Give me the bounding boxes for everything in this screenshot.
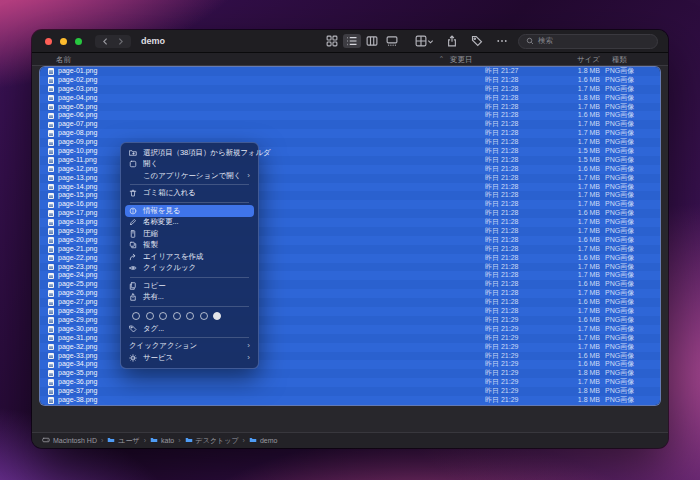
file-kind: PNG画像	[605, 307, 634, 316]
tag-circle-icon[interactable]	[213, 312, 221, 320]
file-name: page-28.png	[58, 307, 97, 316]
file-size: 1.6 MB	[538, 280, 600, 289]
file-size: 1.7 MB	[538, 307, 600, 316]
file-name: page-37.png	[58, 387, 97, 396]
list-view-button[interactable]	[343, 34, 361, 48]
file-kind: PNG画像	[605, 263, 634, 272]
menu-item[interactable]: クイックアクション›	[121, 341, 258, 353]
column-header-name[interactable]: 名前	[56, 55, 71, 65]
file-row[interactable]: page-08.png昨日 21:281.7 MBPNG画像	[40, 129, 660, 138]
file-date: 昨日 21:28	[485, 254, 518, 263]
search-input[interactable]: 検索	[518, 34, 658, 49]
file-name: page-18.png	[58, 218, 97, 227]
menu-item[interactable]: 名称変更...	[121, 217, 258, 229]
file-row[interactable]: page-03.png昨日 21:281.7 MBPNG画像	[40, 85, 660, 94]
file-kind: PNG画像	[605, 174, 634, 183]
file-size: 1.6 MB	[538, 352, 600, 361]
file-name: page-35.png	[58, 369, 97, 378]
tag-circle-icon[interactable]	[132, 312, 140, 320]
zoom-button[interactable]	[75, 38, 82, 45]
path-item-label: ユーザ	[118, 436, 139, 446]
tag-circle-icon[interactable]	[146, 312, 154, 320]
tag-circle-icon[interactable]	[159, 312, 167, 320]
tag-toolbar-icon[interactable]	[468, 34, 486, 48]
png-file-icon	[48, 237, 54, 244]
menu-item-label: 開く	[143, 159, 158, 169]
menu-item[interactable]: 共有...	[121, 292, 258, 304]
file-name: page-21.png	[58, 245, 97, 254]
menu-item[interactable]: 複製	[121, 240, 258, 252]
file-size: 1.7 MB	[538, 289, 600, 298]
gallery-view-button[interactable]	[383, 34, 401, 48]
file-size: 1.7 MB	[538, 227, 600, 236]
file-kind: PNG画像	[605, 387, 634, 396]
path-item[interactable]: demo	[249, 436, 278, 445]
column-view-button[interactable]	[363, 34, 381, 48]
icon-view-button[interactable]	[323, 34, 341, 48]
png-file-icon	[48, 193, 54, 200]
file-kind: PNG画像	[605, 369, 634, 378]
menu-item[interactable]: サービス›	[121, 352, 258, 364]
tag-circle-icon[interactable]	[200, 312, 208, 320]
file-size: 1.7 MB	[538, 103, 600, 112]
file-kind: PNG画像	[605, 183, 634, 192]
file-row[interactable]: page-38.png昨日 21:291.8 MBPNG画像	[40, 396, 660, 405]
file-size: 1.7 MB	[538, 343, 600, 352]
file-date: 昨日 21:28	[485, 236, 518, 245]
file-size: 1.7 MB	[538, 191, 600, 200]
file-row[interactable]: page-07.png昨日 21:281.7 MBPNG画像	[40, 120, 660, 129]
file-kind: PNG画像	[605, 191, 634, 200]
path-item[interactable]: ユーザ	[107, 436, 139, 446]
more-options-icon[interactable]	[493, 34, 511, 48]
share-icon[interactable]	[443, 34, 461, 48]
file-row[interactable]: page-05.png昨日 21:281.7 MBPNG画像	[40, 103, 660, 112]
group-by-button[interactable]	[412, 34, 436, 48]
file-kind: PNG画像	[605, 245, 634, 254]
file-row[interactable]: page-04.png昨日 21:281.8 MBPNG画像	[40, 94, 660, 103]
png-file-icon	[48, 139, 54, 146]
menu-item[interactable]: 情報を見る	[125, 205, 254, 217]
menu-item[interactable]: クイックルック	[121, 263, 258, 275]
png-file-icon	[48, 228, 54, 235]
menu-item[interactable]: このアプリケーションで開く›	[121, 170, 258, 182]
file-kind: PNG画像	[605, 111, 634, 120]
png-file-icon	[48, 317, 54, 324]
file-kind: PNG画像	[605, 103, 634, 112]
back-icon[interactable]	[101, 37, 110, 46]
tag-circle-icon[interactable]	[173, 312, 181, 320]
path-item[interactable]: kato	[150, 436, 174, 445]
path-item-label: demo	[260, 437, 278, 444]
file-row[interactable]: page-06.png昨日 21:281.6 MBPNG画像	[40, 111, 660, 120]
column-header-kind[interactable]: 種類	[612, 55, 627, 65]
png-file-icon	[48, 370, 54, 377]
search-placeholder: 検索	[538, 36, 553, 46]
file-row[interactable]: page-01.png昨日 21:271.8 MBPNG画像	[40, 67, 660, 76]
file-row[interactable]: page-02.png昨日 21:281.6 MBPNG画像	[40, 76, 660, 85]
forward-icon[interactable]	[116, 37, 125, 46]
path-item[interactable]: デスクトップ	[185, 436, 239, 446]
png-file-icon	[48, 326, 54, 333]
menu-item[interactable]: タグ...	[121, 323, 258, 335]
tag-circle-icon[interactable]	[186, 312, 194, 320]
traffic-lights	[45, 38, 82, 45]
png-file-icon	[48, 148, 54, 155]
path-item[interactable]: Macintosh HD	[42, 436, 97, 445]
column-header-date[interactable]: 変更日	[450, 55, 473, 65]
file-row[interactable]: page-36.png昨日 21:291.7 MBPNG画像	[40, 378, 660, 387]
file-date: 昨日 21:28	[485, 183, 518, 192]
menu-item[interactable]: 圧縮	[121, 228, 258, 240]
menu-separator	[130, 277, 249, 278]
file-name: page-17.png	[58, 209, 97, 218]
file-row[interactable]: page-37.png昨日 21:291.8 MBPNG画像	[40, 387, 660, 396]
file-name: page-20.png	[58, 236, 97, 245]
menu-item[interactable]: 開く	[121, 159, 258, 171]
file-row[interactable]: page-35.png昨日 21:291.8 MBPNG画像	[40, 369, 660, 378]
close-button[interactable]	[45, 38, 52, 45]
menu-item[interactable]: エイリアスを作成	[121, 251, 258, 263]
minimize-button[interactable]	[60, 38, 67, 45]
search-icon	[526, 37, 534, 45]
column-header-size[interactable]: サイズ	[577, 55, 600, 65]
menu-item[interactable]: 選択項目（38項目）から新規フォルダ	[121, 147, 258, 159]
menu-item[interactable]: ゴミ箱に入れる	[121, 188, 258, 200]
menu-item[interactable]: コピー	[121, 280, 258, 292]
